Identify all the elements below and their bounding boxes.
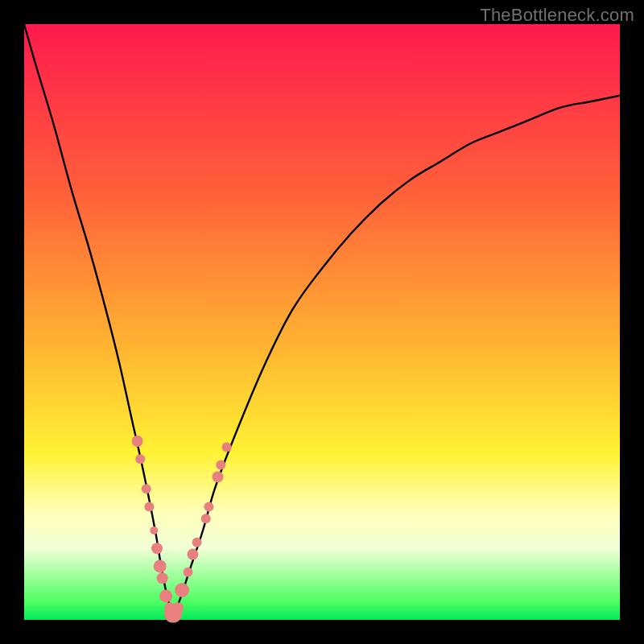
marker-dot	[132, 436, 143, 447]
marker-dot	[151, 543, 163, 554]
marker-dot	[144, 502, 154, 511]
chart-svg	[24, 24, 620, 620]
marker-dot	[192, 538, 202, 547]
marker-dot	[184, 568, 193, 577]
watermark-text: TheBottleneck.com	[480, 5, 634, 26]
plot-area	[24, 24, 620, 620]
marker-dot	[150, 526, 158, 535]
marker-dot	[216, 460, 225, 470]
chart-frame: TheBottleneck.com	[0, 0, 644, 644]
marker-dot	[204, 502, 213, 511]
marker-dot	[159, 589, 172, 602]
highlighted-points	[132, 436, 232, 623]
marker-dot	[175, 583, 189, 597]
marker-dot	[154, 559, 167, 572]
bottleneck-curve	[24, 24, 620, 614]
marker-dot	[157, 572, 168, 584]
marker-dot	[142, 484, 151, 493]
marker-dot	[187, 549, 198, 560]
marker-dot	[222, 442, 232, 452]
marker-dot	[213, 471, 224, 482]
marker-dot	[172, 602, 184, 613]
marker-dot	[201, 514, 211, 523]
marker-dot	[135, 454, 145, 464]
